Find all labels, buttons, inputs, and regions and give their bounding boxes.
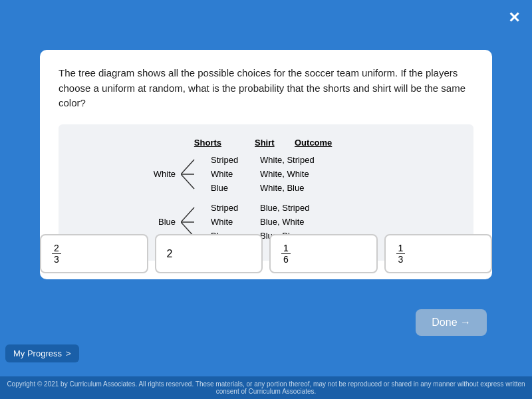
shorts-white: White — [144, 169, 181, 179]
close-button[interactable]: ✕ — [508, 9, 520, 27]
svg-line-2 — [181, 174, 194, 189]
question-text: The tree diagram shows all the possible … — [59, 66, 473, 111]
shirt-striped-1: Striped — [211, 153, 251, 167]
my-progress-chevron: > — [66, 348, 71, 358]
shirt-col-white: Striped White Blue — [211, 153, 251, 195]
outcome-col-white: White, Striped White, White White, Blue — [251, 153, 331, 195]
svg-line-3 — [181, 207, 194, 222]
header-shorts: Shorts — [144, 138, 221, 148]
my-progress-button[interactable]: My Progress > — [5, 344, 79, 362]
outcome-blue-white: Blue, White — [260, 215, 331, 229]
svg-line-0 — [181, 160, 194, 174]
header-outcome: Outcome — [295, 138, 388, 148]
choice-b[interactable]: 2 — [155, 234, 263, 273]
shirt-white-2: White — [211, 215, 251, 229]
shirt-blue-1: Blue — [211, 181, 251, 195]
tree-diagram: Shorts Shirt Outcome White Striped White… — [144, 138, 388, 247]
fraction-c: 1 6 — [281, 243, 291, 264]
shirt-striped-2: Striped — [211, 201, 251, 215]
choice-c[interactable]: 1 6 — [269, 234, 378, 273]
fraction-d: 1 3 — [396, 243, 406, 264]
branches-white-svg — [181, 153, 211, 196]
fraction-a: 2 3 — [52, 243, 61, 264]
shorts-blue: Blue — [144, 217, 181, 227]
choice-a[interactable]: 2 3 — [40, 234, 148, 273]
footer-text: Copyright © 2021 by Curriculum Associate… — [7, 380, 525, 395]
outcome-white-blue: White, Blue — [260, 181, 331, 195]
footer: Copyright © 2021 by Curriculum Associate… — [0, 376, 532, 399]
tree-group-white: White Striped White Blue White, Striped … — [144, 153, 388, 196]
whole-b: 2 — [167, 248, 173, 260]
outcome-white-striped: White, Striped — [260, 153, 331, 167]
choice-d[interactable]: 1 3 — [384, 234, 493, 273]
done-button[interactable]: Done → — [416, 309, 487, 336]
my-progress-label: My Progress — [13, 348, 62, 358]
answer-choices: 2 3 2 1 6 1 3 — [40, 234, 492, 273]
header-shirt: Shirt — [221, 138, 295, 148]
outcome-blue-striped: Blue, Striped — [260, 201, 331, 215]
outcome-white-white: White, White — [260, 167, 331, 181]
tree-headers: Shorts Shirt Outcome — [144, 138, 388, 148]
shirt-white-1: White — [211, 167, 251, 181]
